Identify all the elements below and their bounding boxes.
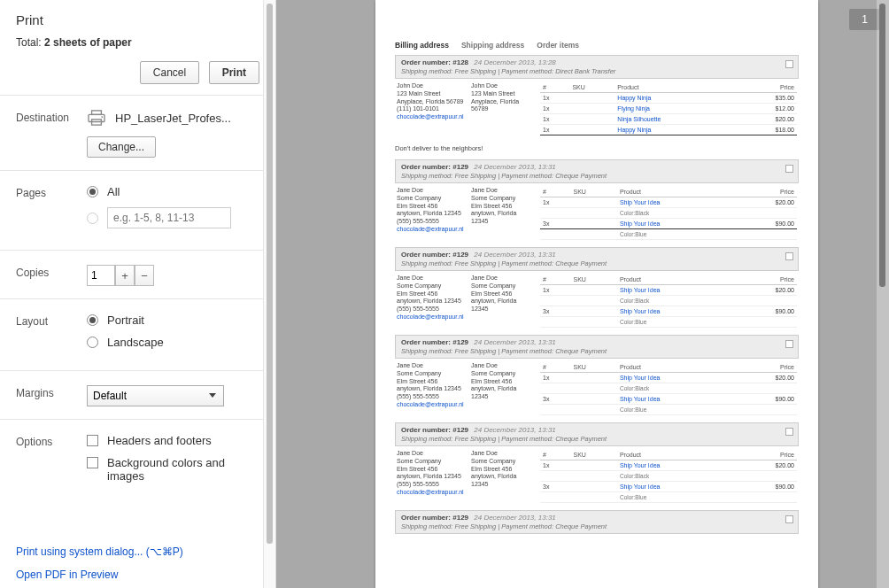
pages-range-radio[interactable] [87, 213, 98, 224]
items-table: #SKUProductPrice 1xShip Your Idea$20.00C… [540, 187, 797, 240]
margins-select[interactable]: Default [87, 385, 224, 406]
total-line: Total: 2 sheets of paper [16, 36, 259, 49]
order-block: Order number: #129 24 December 2013, 13:… [395, 247, 799, 329]
print-title: Print [16, 12, 259, 27]
svg-rect-1 [89, 114, 104, 121]
background-label: Background colors and images [107, 456, 259, 483]
tab-billing: Billing address [395, 41, 449, 50]
section-margins: Margins Default [0, 371, 275, 420]
order-header: Order number: #129 24 December 2013, 13:… [395, 422, 799, 446]
destination-value: HP_LaserJet_Profes... [115, 112, 231, 125]
pages-all-label: All [107, 185, 120, 198]
preview-area: 1 Billing address Shipping address Order… [276, 0, 889, 588]
order-number: Order number: #129 [401, 338, 468, 346]
order-checkbox[interactable] [785, 515, 793, 523]
bottom-links: Print using system dialog... (⌥⌘P) Open … [0, 530, 199, 588]
order-checkbox[interactable] [785, 252, 793, 260]
layout-portrait-label: Portrait [107, 313, 144, 327]
change-button[interactable]: Change... [87, 136, 156, 158]
print-button[interactable]: Print [209, 61, 259, 84]
preview-scrollbar[interactable] [877, 0, 889, 588]
shipping-address: Jane DoeSome CompanyElm Street 456anytow… [471, 450, 533, 503]
system-dialog-link[interactable]: Print using system dialog... (⌥⌘P) [16, 545, 183, 558]
order-number: Order number: #128 [401, 58, 468, 66]
destination-label: Destination [16, 110, 87, 158]
items-table: #SKUProductPrice 1xShip Your Idea$20.00C… [540, 275, 797, 328]
cancel-button[interactable]: Cancel [140, 61, 199, 84]
sidebar-scrollbar[interactable] [263, 0, 275, 588]
tab-items: Order items [537, 41, 579, 50]
order-header: Order number: #129 24 December 2013, 13:… [395, 335, 799, 359]
total-prefix: Total: [16, 36, 44, 49]
tab-shipping: Shipping address [461, 41, 524, 50]
order-block: Order number: #129 24 December 2013, 13:… [395, 335, 799, 417]
layout-landscape-label: Landscape [107, 336, 164, 349]
headers-label: Headers and footers [107, 434, 212, 447]
order-date: 24 December 2013, 13:31 [474, 163, 556, 171]
order-sub: Shipping method: Free Shipping | Payment… [401, 347, 792, 355]
copies-label: Copies [16, 265, 87, 286]
order-checkbox[interactable] [785, 165, 793, 173]
background-checkbox[interactable] [87, 457, 98, 468]
section-layout: Layout Portrait Landscape [0, 299, 275, 371]
order-header: Order number: #129 24 December 2013, 13:… [395, 159, 799, 183]
order-date: 24 December 2013, 13:28 [474, 58, 556, 66]
button-row: Cancel Print [16, 61, 259, 84]
open-preview-link[interactable]: Open PDF in Preview [16, 569, 183, 581]
pages-range-input[interactable] [107, 207, 231, 228]
preview-page: Billing address Shipping address Order i… [375, 0, 818, 588]
billing-address: Jane DoeSome CompanyElm Street 456anytow… [397, 450, 464, 503]
items-table: #SKUProductPrice 1xShip Your Idea$20.00C… [540, 450, 797, 503]
shipping-address: Jane DoeSome CompanyElm Street 456anytow… [471, 187, 533, 240]
page-indicator: 1 [849, 9, 880, 30]
billing-address: John Doe123 Main StreetAnyplace, Florida… [397, 82, 464, 135]
headers-checkbox[interactable] [87, 435, 98, 446]
order-date: 24 December 2013, 13:31 [474, 426, 556, 434]
caret-down-icon [209, 393, 216, 398]
order-header: Order number: #129 24 December 2013, 13:… [395, 247, 799, 271]
order-number: Order number: #129 [401, 426, 468, 434]
section-copies: Copies + − [0, 251, 275, 299]
items-table: #SKUProductPrice 1xShip Your Idea$20.00C… [540, 362, 797, 415]
layout-portrait-radio[interactable] [87, 314, 98, 326]
layout-landscape-radio[interactable] [87, 337, 98, 348]
order-sub: Shipping method: Free Shipping | Payment… [401, 67, 792, 75]
order-checkbox[interactable] [785, 428, 793, 436]
section-options: Options Headers and footers Background c… [0, 420, 275, 504]
order-date: 24 December 2013, 13:31 [474, 338, 556, 346]
shipping-address: John Doe123 Main StreetAnyplace, Florida… [471, 82, 533, 135]
margins-label: Margins [16, 385, 87, 406]
order-checkbox[interactable] [785, 340, 793, 348]
print-sidebar: Print Total: 2 sheets of paper Cancel Pr… [0, 0, 276, 588]
order-header: Order number: #128 24 December 2013, 13:… [395, 55, 799, 79]
section-pages: Pages All [0, 171, 275, 251]
copies-plus-button[interactable]: + [115, 265, 135, 286]
svg-rect-0 [92, 111, 102, 114]
shipping-address: Jane DoeSome CompanyElm Street 456anytow… [471, 362, 533, 415]
order-number: Order number: #129 [401, 163, 468, 171]
section-destination: Destination HP_LaserJet_Profes... Change… [0, 96, 275, 171]
order-block: Order number: #129 24 December 2013, 13:… [395, 422, 799, 505]
pages-all-radio[interactable] [87, 186, 98, 197]
order-checkbox[interactable] [785, 60, 793, 68]
pages-label: Pages [16, 185, 87, 237]
margins-value: Default [93, 390, 127, 402]
billing-address: Jane DoeSome CompanyElm Street 456anytow… [397, 187, 464, 240]
order-header: Order number: #129 24 December 2013, 13:… [395, 510, 799, 534]
order-number: Order number: #129 [401, 251, 468, 259]
printer-icon [87, 110, 106, 126]
options-label: Options [16, 434, 87, 491]
order-block: Order number: #129 24 December 2013, 13:… [395, 159, 799, 242]
billing-address: Jane DoeSome CompanyElm Street 456anytow… [397, 362, 464, 415]
items-table: #SKUProductPrice 1xHappy Ninja$35.001xFl… [540, 82, 797, 135]
order-sub: Shipping method: Free Shipping | Payment… [401, 172, 792, 180]
order-sub: Shipping method: Free Shipping | Payment… [401, 435, 792, 443]
customer-note: Don't deliver to the neighbors! [395, 143, 799, 154]
order-sub: Shipping method: Free Shipping | Payment… [401, 259, 792, 267]
shipping-address: Jane DoeSome CompanyElm Street 456anytow… [471, 275, 533, 328]
copies-stepper: + − [87, 265, 259, 286]
total-value: 2 sheets of paper [44, 36, 132, 49]
copies-minus-button[interactable]: − [135, 265, 154, 286]
order-block: Order number: #128 24 December 2013, 13:… [395, 55, 799, 137]
copies-input[interactable] [87, 265, 115, 286]
